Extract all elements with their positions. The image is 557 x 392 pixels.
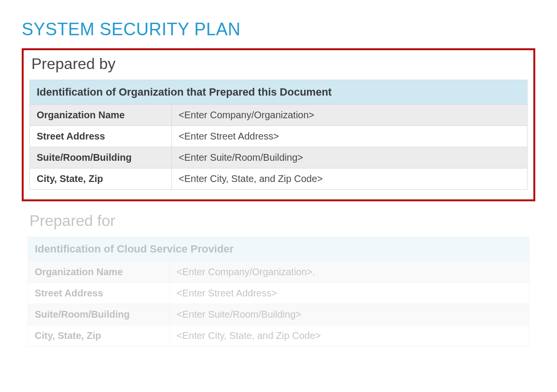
field-value[interactable]: <Enter City, State, and Zip Code> <box>170 325 529 347</box>
field-label: City, State, Zip <box>30 168 172 190</box>
page-title: SYSTEM SECURITY PLAN <box>22 19 535 40</box>
field-value[interactable]: <Enter Company/Organization>. <box>170 262 529 283</box>
field-label: City, State, Zip <box>28 325 170 347</box>
prepared-by-section: Prepared by Identification of Organizati… <box>22 48 535 201</box>
prepared-for-heading: Prepared for <box>29 212 529 230</box>
field-value[interactable]: <Enter Street Address> <box>172 126 528 147</box>
table-row: City, State, Zip <Enter City, State, and… <box>28 325 529 347</box>
field-label: Organization Name <box>30 105 172 126</box>
field-label: Suite/Room/Building <box>28 304 170 325</box>
field-label: Suite/Room/Building <box>30 147 172 168</box>
prepared-by-heading: Prepared by <box>31 55 528 73</box>
field-value[interactable]: <Enter City, State, and Zip Code> <box>172 168 528 190</box>
table-row: Suite/Room/Building <Enter Suite/Room/Bu… <box>30 147 528 168</box>
field-label: Street Address <box>28 283 170 304</box>
table-row: Street Address <Enter Street Address> <box>28 283 529 304</box>
field-label: Street Address <box>30 126 172 147</box>
prepared-by-table-header: Identification of Organization that Prep… <box>30 80 528 105</box>
field-value[interactable]: <Enter Company/Organization> <box>172 105 528 126</box>
table-row: Organization Name <Enter Company/Organiz… <box>28 262 529 283</box>
field-value[interactable]: <Enter Suite/Room/Building> <box>170 304 529 325</box>
table-row: Street Address <Enter Street Address> <box>30 126 528 147</box>
table-row: City, State, Zip <Enter City, State, and… <box>30 168 528 190</box>
document-page: SYSTEM SECURITY PLAN Prepared by Identif… <box>0 0 557 392</box>
table-row: Organization Name <Enter Company/Organiz… <box>30 105 528 126</box>
prepared-for-table: Identification of Cloud Service Provider… <box>28 237 529 347</box>
table-row: Suite/Room/Building <Enter Suite/Room/Bu… <box>28 304 529 325</box>
field-label: Organization Name <box>28 262 170 283</box>
prepared-by-table: Identification of Organization that Prep… <box>29 80 528 190</box>
field-value[interactable]: <Enter Suite/Room/Building> <box>172 147 528 168</box>
field-value[interactable]: <Enter Street Address> <box>170 283 529 304</box>
prepared-for-section: Prepared for Identification of Cloud Ser… <box>22 208 535 347</box>
prepared-for-table-header: Identification of Cloud Service Provider <box>28 237 529 262</box>
